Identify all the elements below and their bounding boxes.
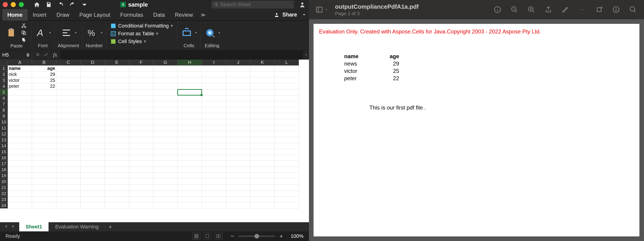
- save-icon[interactable]: [45, 1, 53, 9]
- cell-K15[interactable]: [250, 149, 275, 155]
- cell-C24[interactable]: [56, 202, 80, 208]
- cell-A4[interactable]: peter: [8, 83, 32, 89]
- cell-C11[interactable]: [56, 125, 80, 131]
- cell-K5[interactable]: [250, 89, 275, 95]
- cell-I16[interactable]: [202, 155, 226, 161]
- cell-F4[interactable]: [129, 83, 153, 89]
- cell-D23[interactable]: [80, 196, 105, 202]
- cell-I1[interactable]: [202, 66, 226, 72]
- cell-E1[interactable]: [105, 66, 129, 72]
- cell-K10[interactable]: [250, 119, 275, 125]
- cell-L14[interactable]: [275, 143, 299, 149]
- cell-B8[interactable]: [32, 107, 56, 113]
- cell-A10[interactable]: [8, 119, 32, 125]
- cell-J10[interactable]: [226, 119, 250, 125]
- cell-B16[interactable]: [32, 155, 56, 161]
- pdf-share-icon[interactable]: [544, 5, 553, 14]
- column-header-J[interactable]: J: [226, 60, 250, 66]
- pdf-rotate-icon[interactable]: [594, 5, 604, 14]
- cell-A24[interactable]: [8, 202, 32, 208]
- cell-D16[interactable]: [80, 155, 105, 161]
- cell-J8[interactable]: [226, 107, 250, 113]
- tab-home[interactable]: Home: [2, 9, 28, 21]
- pdf-sidebar-toggle[interactable]: [315, 6, 328, 14]
- column-header-E[interactable]: E: [105, 60, 129, 66]
- cell-I13[interactable]: [202, 137, 226, 143]
- cell-D19[interactable]: [80, 173, 105, 179]
- cell-B22[interactable]: [32, 191, 56, 196]
- column-header-B[interactable]: B: [32, 60, 56, 66]
- tab-page-layout[interactable]: Page Layout: [74, 9, 115, 21]
- cell-C15[interactable]: [56, 149, 80, 155]
- number-button[interactable]: %: [86, 27, 98, 39]
- cell-C8[interactable]: [56, 107, 80, 113]
- cell-J1[interactable]: [226, 66, 250, 72]
- cell-F22[interactable]: [129, 191, 153, 196]
- cell-L9[interactable]: [275, 113, 299, 119]
- cell-D9[interactable]: [80, 113, 105, 119]
- row-header-10[interactable]: 10: [0, 119, 8, 125]
- cell-K21[interactable]: [250, 185, 275, 191]
- cell-D1[interactable]: [80, 66, 105, 72]
- format-painter-icon[interactable]: [20, 37, 28, 43]
- row-header-12[interactable]: 12: [0, 131, 8, 137]
- cell-K24[interactable]: [250, 202, 275, 208]
- cell-F20[interactable]: [129, 179, 153, 185]
- cell-K20[interactable]: [250, 179, 275, 185]
- cell-J15[interactable]: [226, 149, 250, 155]
- cell-I5[interactable]: [202, 89, 226, 95]
- tab-draw[interactable]: Draw: [52, 9, 74, 21]
- cell-I10[interactable]: [202, 119, 226, 125]
- cell-E21[interactable]: [105, 185, 129, 191]
- expand-formula-bar-icon[interactable]: [303, 53, 309, 57]
- cell-G2[interactable]: [153, 72, 178, 77]
- cell-I9[interactable]: [202, 113, 226, 119]
- cell-F21[interactable]: [129, 185, 153, 191]
- name-box[interactable]: H5: [0, 50, 32, 60]
- cell-D7[interactable]: [80, 101, 105, 107]
- column-header-D[interactable]: D: [80, 60, 105, 66]
- cell-E2[interactable]: [105, 72, 129, 77]
- tab-data[interactable]: Data: [148, 9, 170, 21]
- cell-A1[interactable]: name: [8, 66, 32, 72]
- select-all-corner[interactable]: [0, 60, 8, 66]
- cell-K13[interactable]: [250, 137, 275, 143]
- cell-A7[interactable]: [8, 101, 32, 107]
- cell-C19[interactable]: [56, 173, 80, 179]
- cell-G19[interactable]: [153, 173, 178, 179]
- cell-E13[interactable]: [105, 137, 129, 143]
- row-header-7[interactable]: 7: [0, 101, 8, 107]
- cell-B9[interactable]: [32, 113, 56, 119]
- cell-G9[interactable]: [153, 113, 178, 119]
- cell-E18[interactable]: [105, 167, 129, 173]
- format-as-table-button[interactable]: Format as Table ▾: [110, 30, 174, 37]
- cell-E23[interactable]: [105, 196, 129, 202]
- cell-A6[interactable]: [8, 95, 32, 101]
- alignment-button[interactable]: [60, 27, 72, 39]
- cell-I19[interactable]: [202, 173, 226, 179]
- cell-K14[interactable]: [250, 143, 275, 149]
- row-header-4[interactable]: 4: [0, 83, 8, 89]
- cell-B13[interactable]: [32, 137, 56, 143]
- cell-B21[interactable]: [32, 185, 56, 191]
- search-box[interactable]: [212, 1, 294, 9]
- cell-H15[interactable]: [178, 149, 202, 155]
- zoom-out-button[interactable]: −: [229, 233, 235, 240]
- cell-L1[interactable]: [275, 66, 299, 72]
- view-page-break-icon[interactable]: [214, 233, 222, 240]
- cell-A2[interactable]: nick: [8, 72, 32, 77]
- cell-D18[interactable]: [80, 167, 105, 173]
- row-header-2[interactable]: 2: [0, 72, 8, 77]
- cell-L24[interactable]: [275, 202, 299, 208]
- cell-I6[interactable]: [202, 95, 226, 101]
- cell-F8[interactable]: [129, 107, 153, 113]
- spreadsheet-grid[interactable]: ABCDEFGHIJKL 123456789101112131415161718…: [0, 60, 309, 222]
- pdf-annotate-icon[interactable]: [561, 5, 570, 14]
- column-header-C[interactable]: C: [56, 60, 80, 66]
- cell-C6[interactable]: [56, 95, 80, 101]
- cell-G20[interactable]: [153, 179, 178, 185]
- cell-G24[interactable]: [153, 202, 178, 208]
- cell-I24[interactable]: [202, 202, 226, 208]
- cell-F23[interactable]: [129, 196, 153, 202]
- cell-G13[interactable]: [153, 137, 178, 143]
